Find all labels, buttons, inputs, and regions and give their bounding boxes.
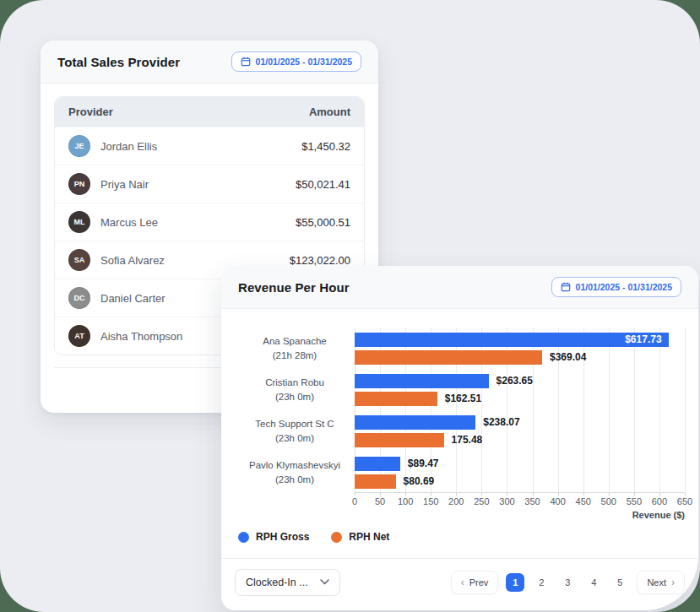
- x-tick-label: 100: [398, 496, 413, 506]
- pagination: ‹ Prev 12345 Next ›: [451, 571, 685, 594]
- bar-value-label: $162.51: [445, 392, 481, 406]
- rph-date-range-label: 01/01/2025 - 01/31/2025: [576, 282, 672, 292]
- chart-bar[interactable]: [355, 474, 396, 489]
- chevron-down-icon: [320, 579, 329, 585]
- avatar: JE: [68, 135, 90, 157]
- plot-column: $617.73$369.04$263.65$162.51$238.07175.4…: [355, 328, 685, 520]
- category-label: Tech Support St C(23h 0m): [235, 410, 355, 452]
- x-tick-label: 550: [627, 496, 642, 506]
- provider-amount: $1,450.32: [301, 140, 350, 153]
- provider-name: Jordan Ellis: [100, 140, 301, 153]
- rph-date-range-button[interactable]: 01/01/2025 - 01/31/2025: [551, 277, 681, 297]
- chart-bar[interactable]: [355, 374, 489, 388]
- column-provider: Provider: [68, 106, 113, 118]
- category-hours: (23h 0m): [275, 473, 314, 487]
- next-page-button[interactable]: Next ›: [637, 571, 685, 594]
- page-number-2[interactable]: 2: [532, 573, 551, 592]
- page-number-1[interactable]: 1: [506, 573, 524, 592]
- page-number-5[interactable]: 5: [610, 573, 629, 592]
- x-tick-label: 650: [677, 496, 692, 506]
- chart-bar[interactable]: [355, 457, 400, 471]
- calendar-icon: [561, 282, 571, 292]
- avatar: ML: [68, 211, 90, 233]
- bar-value-label: $369.04: [550, 350, 586, 365]
- bar-value-label: 175.48: [452, 433, 483, 447]
- x-tick-label: 350: [524, 496, 540, 506]
- category-name: Ana Spanache: [263, 334, 326, 349]
- category-name: Tech Support St C: [255, 417, 334, 431]
- provider-name: Sofia Alvarez: [100, 254, 290, 267]
- chart-bar[interactable]: [355, 392, 437, 406]
- x-tick-mark: [380, 493, 381, 496]
- page-numbers: 12345: [506, 573, 629, 592]
- sales-date-range-button[interactable]: 01/01/2025 - 01/31/2025: [231, 51, 361, 72]
- bar-value-label: $80.69: [404, 474, 435, 489]
- x-tick-mark: [659, 493, 660, 496]
- page-number-4[interactable]: 4: [584, 573, 603, 592]
- x-tick-mark: [609, 493, 610, 496]
- avatar: AT: [68, 325, 90, 347]
- x-tick-mark: [405, 493, 406, 496]
- clocked-in-filter-label: Clocked-In ...: [246, 577, 308, 588]
- avatar: PN: [68, 173, 90, 195]
- gridline: [609, 328, 610, 492]
- category-name: Pavlo Klymashevskyi: [249, 458, 340, 473]
- x-tick-label: 450: [576, 496, 591, 506]
- chart-bar[interactable]: [355, 415, 475, 430]
- table-row: PNPriya Nair$50,021.41: [55, 165, 364, 203]
- avatar: DC: [68, 287, 90, 309]
- x-tick-mark: [355, 493, 355, 496]
- category-hours: (23h 0m): [275, 431, 314, 446]
- bar-value-label: $263.65: [497, 374, 533, 388]
- revenue-per-hour-card: Revenue Per Hour 01/01/2025 - 01/31/2025…: [221, 266, 698, 610]
- next-label: Next: [647, 577, 666, 588]
- x-tick-mark: [685, 493, 686, 496]
- chart-bar[interactable]: [355, 350, 542, 365]
- avatar: SA: [68, 249, 90, 271]
- gridline: [685, 328, 686, 492]
- x-tick-label: 500: [601, 496, 616, 506]
- x-axis-title: Revenue ($): [355, 507, 685, 520]
- table-row: JEJordan Ellis$1,450.32: [55, 127, 364, 165]
- prev-page-button[interactable]: ‹ Prev: [451, 571, 499, 594]
- legend-item: RPH Gross: [238, 531, 309, 543]
- x-axis-ticks: 050100150200250300350400450500550600650: [355, 493, 685, 507]
- x-tick-mark: [431, 493, 431, 496]
- provider-table-header: Provider Amount: [55, 97, 364, 127]
- chevron-left-icon: ‹: [461, 577, 464, 588]
- sales-date-range-label: 01/01/2025 - 01/31/2025: [256, 57, 352, 67]
- x-tick-label: 600: [652, 496, 667, 506]
- x-tick-label: 200: [448, 496, 464, 506]
- page-number-3[interactable]: 3: [558, 573, 577, 592]
- provider-amount: $50,021.41: [296, 178, 350, 191]
- x-tick-mark: [533, 493, 534, 496]
- x-tick-mark: [583, 493, 584, 496]
- dashboard-background: Total Sales Provider 01/01/2025 - 01/31/…: [0, 0, 700, 612]
- x-tick-label: 250: [474, 496, 489, 506]
- category-hours: (21h 28m): [273, 349, 317, 363]
- category-name: Cristian Robu: [265, 376, 324, 390]
- chart-legend: RPH GrossRPH Net: [221, 520, 698, 551]
- provider-name: Marcus Lee: [100, 216, 296, 229]
- x-tick-mark: [634, 493, 635, 496]
- prev-label: Prev: [469, 577, 489, 588]
- bar-value-label: $89.47: [408, 457, 439, 471]
- x-tick-mark: [481, 493, 482, 496]
- clocked-in-filter-select[interactable]: Clocked-In ...: [235, 569, 340, 596]
- bar-value-label: $238.07: [483, 415, 519, 430]
- rph-card-header: Revenue Per Hour 01/01/2025 - 01/31/2025: [221, 266, 698, 309]
- chevron-right-icon: ›: [671, 577, 675, 588]
- provider-amount: $55,000.51: [296, 216, 350, 229]
- legend-dot: [238, 532, 249, 543]
- rph-card-title: Revenue Per Hour: [238, 280, 350, 295]
- plot-area: $617.73$369.04$263.65$162.51$238.07175.4…: [355, 328, 685, 493]
- category-label: Ana Spanache(21h 28m): [235, 328, 355, 369]
- x-tick-label: 0: [352, 496, 357, 506]
- gridline: [659, 328, 660, 492]
- chart-bar[interactable]: [355, 433, 444, 447]
- sales-card-header: Total Sales Provider 01/01/2025 - 01/31/…: [41, 41, 378, 84]
- category-label: Pavlo Klymashevskyi(23h 0m): [235, 452, 355, 493]
- rph-card-footer: Clocked-In ... ‹ Prev 12345 Next ›: [221, 559, 698, 610]
- provider-name: Priya Nair: [100, 178, 296, 191]
- provider-amount: $123,022.00: [290, 254, 350, 267]
